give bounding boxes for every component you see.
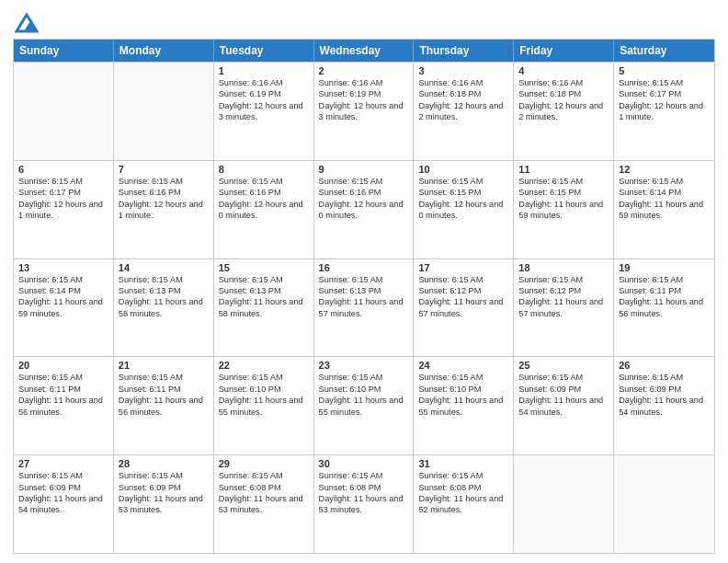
cell-info: Sunrise: 6:15 AMSunset: 6:11 PMDaylight:… [18,373,103,416]
day-header-tuesday: Tuesday [214,40,314,62]
cell-info: Sunrise: 6:15 AMSunset: 6:14 PMDaylight:… [18,275,103,318]
logo [13,13,39,31]
cell-info: Sunrise: 6:15 AMSunset: 6:08 PMDaylight:… [219,471,303,514]
cell-info: Sunrise: 6:15 AMSunset: 6:09 PMDaylight:… [619,373,703,416]
day-cell-25: 25 Sunrise: 6:15 AMSunset: 6:09 PMDaylig… [514,357,614,454]
day-cell-5: 5 Sunrise: 6:15 AMSunset: 6:17 PMDayligh… [614,63,714,160]
day-cell-6: 6 Sunrise: 6:15 AMSunset: 6:17 PMDayligh… [14,161,114,259]
day-cell-27: 27 Sunrise: 6:15 AMSunset: 6:09 PMDaylig… [14,455,114,553]
day-cell-26: 26 Sunrise: 6:15 AMSunset: 6:09 PMDaylig… [614,357,714,454]
day-number: 11 [518,164,609,175]
day-number: 25 [518,360,609,371]
day-cell-3: 3 Sunrise: 6:16 AMSunset: 6:18 PMDayligh… [414,63,514,160]
cell-info: Sunrise: 6:15 AMSunset: 6:10 PMDaylight:… [418,373,503,416]
day-cell-23: 23 Sunrise: 6:15 AMSunset: 6:10 PMDaylig… [314,357,415,454]
logo-text [13,13,39,33]
cell-info: Sunrise: 6:16 AMSunset: 6:18 PMDaylight:… [518,78,603,121]
cell-info: Sunrise: 6:15 AMSunset: 6:16 PMDaylight:… [119,177,203,220]
day-number: 21 [119,360,209,371]
cell-info: Sunrise: 6:16 AMSunset: 6:19 PMDaylight:… [219,78,303,121]
day-number: 20 [18,360,108,371]
cell-info: Sunrise: 6:15 AMSunset: 6:08 PMDaylight:… [319,471,404,514]
day-cell-13: 13 Sunrise: 6:15 AMSunset: 6:14 PMDaylig… [14,259,114,357]
calendar: SundayMondayTuesdayWednesdayThursdayFrid… [13,39,715,554]
day-number: 5 [619,65,710,76]
empty-cell [614,455,714,553]
page: SundayMondayTuesdayWednesdayThursdayFrid… [0,0,728,563]
day-cell-31: 31 Sunrise: 6:15 AMSunset: 6:08 PMDaylig… [414,455,514,553]
cell-info: Sunrise: 6:15 AMSunset: 6:13 PMDaylight:… [119,275,203,318]
day-number: 12 [619,164,710,175]
day-number: 26 [619,360,710,371]
cell-info: Sunrise: 6:15 AMSunset: 6:16 PMDaylight:… [219,177,303,220]
cell-info: Sunrise: 6:15 AMSunset: 6:17 PMDaylight:… [18,177,103,220]
cell-info: Sunrise: 6:15 AMSunset: 6:17 PMDaylight:… [619,78,703,121]
day-number: 30 [319,458,409,469]
day-number: 7 [119,164,209,175]
day-cell-29: 29 Sunrise: 6:15 AMSunset: 6:08 PMDaylig… [214,455,314,553]
cell-info: Sunrise: 6:16 AMSunset: 6:19 PMDaylight:… [319,78,404,121]
day-cell-8: 8 Sunrise: 6:15 AMSunset: 6:16 PMDayligh… [214,161,314,259]
day-cell-18: 18 Sunrise: 6:15 AMSunset: 6:12 PMDaylig… [514,259,614,357]
day-cell-9: 9 Sunrise: 6:15 AMSunset: 6:16 PMDayligh… [314,161,415,259]
cell-info: Sunrise: 6:16 AMSunset: 6:18 PMDaylight:… [418,78,503,121]
calendar-header: SundayMondayTuesdayWednesdayThursdayFrid… [14,40,714,62]
day-number: 27 [18,458,108,469]
day-number: 15 [219,262,309,273]
day-cell-14: 14 Sunrise: 6:15 AMSunset: 6:13 PMDaylig… [114,259,214,357]
week-row-4: 20 Sunrise: 6:15 AMSunset: 6:11 PMDaylig… [14,356,714,454]
day-number: 14 [119,262,209,273]
day-number: 13 [18,262,108,273]
day-cell-17: 17 Sunrise: 6:15 AMSunset: 6:12 PMDaylig… [414,259,514,357]
empty-cell [114,63,214,160]
day-header-monday: Monday [114,40,214,62]
day-number: 22 [219,360,309,371]
day-cell-15: 15 Sunrise: 6:15 AMSunset: 6:13 PMDaylig… [214,259,314,357]
header [13,9,715,31]
day-number: 23 [319,360,409,371]
cell-info: Sunrise: 6:15 AMSunset: 6:13 PMDaylight:… [219,275,303,318]
day-number: 29 [219,458,309,469]
cell-info: Sunrise: 6:15 AMSunset: 6:12 PMDaylight:… [418,275,503,318]
week-row-1: 1 Sunrise: 6:16 AMSunset: 6:19 PMDayligh… [14,62,714,160]
day-number: 28 [119,458,209,469]
day-number: 18 [518,262,609,273]
week-row-3: 13 Sunrise: 6:15 AMSunset: 6:14 PMDaylig… [14,259,714,357]
calendar-body: 1 Sunrise: 6:16 AMSunset: 6:19 PMDayligh… [14,62,714,553]
day-number: 8 [219,164,309,175]
cell-info: Sunrise: 6:15 AMSunset: 6:10 PMDaylight:… [219,373,303,416]
day-cell-19: 19 Sunrise: 6:15 AMSunset: 6:11 PMDaylig… [614,259,714,357]
cell-info: Sunrise: 6:15 AMSunset: 6:15 PMDaylight:… [518,177,603,220]
day-number: 6 [18,164,108,175]
day-cell-16: 16 Sunrise: 6:15 AMSunset: 6:13 PMDaylig… [314,259,415,357]
day-number: 19 [619,262,710,273]
day-cell-7: 7 Sunrise: 6:15 AMSunset: 6:16 PMDayligh… [114,161,214,259]
day-cell-2: 2 Sunrise: 6:16 AMSunset: 6:19 PMDayligh… [314,63,415,160]
day-header-sunday: Sunday [14,40,114,62]
cell-info: Sunrise: 6:15 AMSunset: 6:10 PMDaylight:… [319,373,404,416]
day-cell-24: 24 Sunrise: 6:15 AMSunset: 6:10 PMDaylig… [414,357,514,454]
week-row-5: 27 Sunrise: 6:15 AMSunset: 6:09 PMDaylig… [14,454,714,553]
day-cell-30: 30 Sunrise: 6:15 AMSunset: 6:08 PMDaylig… [314,455,415,553]
cell-info: Sunrise: 6:15 AMSunset: 6:08 PMDaylight:… [418,471,503,514]
day-header-wednesday: Wednesday [314,40,415,62]
cell-info: Sunrise: 6:15 AMSunset: 6:14 PMDaylight:… [619,177,703,220]
cell-info: Sunrise: 6:15 AMSunset: 6:12 PMDaylight:… [518,275,603,318]
day-number: 10 [418,164,508,175]
logo-icon [15,13,39,33]
day-cell-22: 22 Sunrise: 6:15 AMSunset: 6:10 PMDaylig… [214,357,314,454]
empty-cell [514,455,614,553]
day-number: 2 [319,65,409,76]
day-cell-11: 11 Sunrise: 6:15 AMSunset: 6:15 PMDaylig… [514,161,614,259]
week-row-2: 6 Sunrise: 6:15 AMSunset: 6:17 PMDayligh… [14,160,714,259]
day-number: 17 [418,262,508,273]
day-number: 9 [319,164,409,175]
day-cell-4: 4 Sunrise: 6:16 AMSunset: 6:18 PMDayligh… [514,63,614,160]
day-cell-21: 21 Sunrise: 6:15 AMSunset: 6:11 PMDaylig… [114,357,214,454]
cell-info: Sunrise: 6:15 AMSunset: 6:11 PMDaylight:… [619,275,703,318]
day-header-saturday: Saturday [614,40,714,62]
day-header-friday: Friday [514,40,614,62]
cell-info: Sunrise: 6:15 AMSunset: 6:13 PMDaylight:… [319,275,404,318]
day-cell-28: 28 Sunrise: 6:15 AMSunset: 6:09 PMDaylig… [114,455,214,553]
day-header-thursday: Thursday [414,40,514,62]
